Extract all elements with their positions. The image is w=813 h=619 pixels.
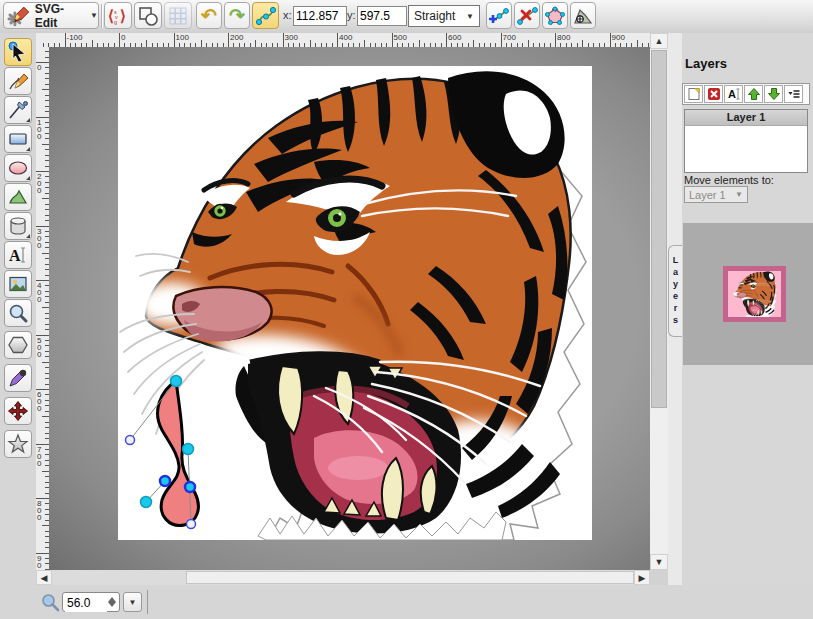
edit-path-tool-button[interactable] xyxy=(252,2,279,29)
layer-down-icon xyxy=(767,87,781,101)
status-bar: ▼ xyxy=(0,585,813,619)
thumbnail-tiger-image xyxy=(728,271,781,317)
delete-layer-button[interactable] xyxy=(704,85,723,103)
add-subpath-icon xyxy=(572,5,594,27)
preview-area xyxy=(683,223,813,365)
rename-layer-icon: A xyxy=(727,87,741,101)
zoom-tool-button[interactable] xyxy=(4,299,32,327)
tool-palette: A xyxy=(0,33,36,619)
layer-menu-button[interactable] xyxy=(784,85,803,103)
move-elements-value: Layer 1 xyxy=(689,189,726,201)
wireframe-shapes-icon xyxy=(137,5,159,27)
wireframe-button[interactable] xyxy=(134,2,162,29)
cross-arrows-tool-button[interactable] xyxy=(4,397,32,425)
eyedropper-tool-button[interactable] xyxy=(4,364,32,392)
pencil-icon xyxy=(7,70,29,92)
zoom-preset-dropdown[interactable]: ▼ xyxy=(123,592,142,612)
layer-buttons-row: A xyxy=(682,83,810,105)
scroll-down-icon: ▼ xyxy=(655,557,664,567)
grid-button[interactable] xyxy=(164,2,192,29)
path-node-selected[interactable] xyxy=(160,476,170,486)
star-tool-button[interactable] xyxy=(4,430,32,458)
scrollbar-corner xyxy=(650,570,668,585)
vertical-scroll-thumb[interactable] xyxy=(651,50,667,408)
horizontal-scroll-thumb[interactable] xyxy=(186,571,634,584)
source-code-icon: ⟨ ⟩ s v g xyxy=(107,5,129,27)
svg-edit-application: SVG-Edit ▼ ⟨ ⟩ s v g xyxy=(0,0,813,619)
select-tool-button[interactable] xyxy=(4,38,32,66)
scroll-up-button[interactable]: ▲ xyxy=(650,33,668,49)
control-handle[interactable] xyxy=(187,520,196,529)
vertical-scrollbar[interactable]: ▲ ▼ xyxy=(650,33,668,570)
image-tool-button[interactable] xyxy=(4,270,32,298)
path-node[interactable] xyxy=(183,444,194,455)
pencil-tool-button[interactable] xyxy=(4,67,32,95)
scroll-right-button[interactable]: ▶ xyxy=(634,570,650,585)
x-coordinate-label: x: xyxy=(283,9,292,21)
polygon-tool-button[interactable] xyxy=(4,331,32,359)
segment-type-select[interactable]: Straight ▼ xyxy=(408,5,480,27)
flyout-arrow-icon xyxy=(26,234,30,238)
move-elements-select[interactable]: Layer 1 ▼ xyxy=(684,186,748,203)
source-code-button[interactable]: ⟨ ⟩ s v g xyxy=(104,2,132,29)
zoom-spin-down-icon[interactable] xyxy=(108,602,116,607)
horizontal-ruler: -10001002003004005006007008009001000 xyxy=(36,33,650,48)
line-tool-button[interactable] xyxy=(4,96,32,124)
layer-list[interactable]: Layer 1 xyxy=(684,109,808,173)
scroll-right-icon: ▶ xyxy=(639,573,646,583)
flyout-arrow-icon xyxy=(26,118,30,122)
logo-label: SVG-Edit xyxy=(35,2,86,30)
delete-node-icon xyxy=(516,5,538,27)
main-menu-button[interactable]: SVG-Edit ▼ xyxy=(3,2,99,29)
add-node-button[interactable] xyxy=(486,2,512,29)
shape-library-button[interactable] xyxy=(4,212,32,240)
path-node-selected[interactable] xyxy=(185,482,195,492)
scroll-down-button[interactable]: ▼ xyxy=(650,554,668,570)
redo-button[interactable]: ↷ xyxy=(224,2,250,29)
layer-up-button[interactable] xyxy=(744,85,763,103)
layers-panel-tab[interactable]: Layers xyxy=(668,245,682,337)
undo-button[interactable]: ↶ xyxy=(196,2,222,29)
path-tool-button[interactable] xyxy=(4,183,32,211)
y-coordinate-input[interactable] xyxy=(357,6,407,26)
layers-tab-label: Layers xyxy=(671,255,681,327)
zoom-level-field xyxy=(62,592,120,612)
workspace-background xyxy=(49,47,650,570)
flyout-arrow-icon xyxy=(26,147,30,151)
control-handle[interactable] xyxy=(126,436,135,445)
rectangle-tool-button[interactable] xyxy=(4,125,32,153)
layer-down-button[interactable] xyxy=(764,85,783,103)
menu-dropdown-arrow-icon: ▼ xyxy=(90,11,98,20)
zoom-level-input[interactable] xyxy=(65,594,107,612)
segment-dropdown-arrow-icon: ▼ xyxy=(466,12,474,21)
rename-layer-button[interactable]: A xyxy=(724,85,743,103)
zoom-dropdown-arrow-icon: ▼ xyxy=(129,598,137,607)
zoom-magnifier-icon xyxy=(40,592,60,612)
close-path-icon xyxy=(544,5,566,27)
redo-icon: ↷ xyxy=(229,6,245,25)
svg-text:A: A xyxy=(728,88,736,100)
scroll-left-button[interactable]: ◀ xyxy=(36,570,52,585)
add-subpath-button[interactable] xyxy=(570,2,596,29)
horizontal-scrollbar[interactable]: ◀ ▶ xyxy=(36,570,650,585)
path-node[interactable] xyxy=(141,497,152,508)
edit-path-overlay xyxy=(126,376,199,529)
text-tool-button[interactable]: A xyxy=(4,241,32,269)
delete-node-button[interactable] xyxy=(514,2,540,29)
main-toolbar: SVG-Edit ▼ ⟨ ⟩ s v g xyxy=(0,0,813,34)
grid-icon xyxy=(167,5,189,27)
layer-row-selected[interactable]: Layer 1 xyxy=(685,110,807,126)
drawing-thumbnail[interactable] xyxy=(723,266,786,322)
layer-up-icon xyxy=(747,87,761,101)
ellipse-tool-button[interactable] xyxy=(4,154,32,182)
add-node-icon xyxy=(488,5,510,27)
new-layer-button[interactable] xyxy=(684,85,703,103)
drawing-canvas[interactable] xyxy=(118,66,592,540)
layer-menu-icon xyxy=(787,87,801,101)
x-coordinate-input[interactable] xyxy=(293,6,347,26)
close-path-button[interactable] xyxy=(542,2,568,29)
segment-type-value: Straight xyxy=(414,9,455,23)
vertical-ruler: 0100200300400500600700800900 xyxy=(36,47,50,570)
path-node[interactable] xyxy=(171,376,182,387)
layers-panel-title: Layers xyxy=(685,56,727,71)
